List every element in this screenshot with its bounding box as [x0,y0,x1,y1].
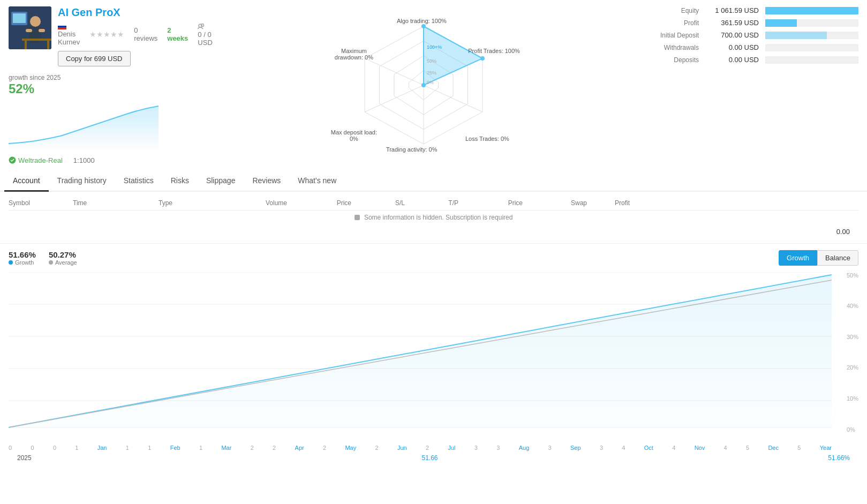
y-label-0: 0% [847,426,858,433]
equity-label: Equity [635,7,699,14]
growth-toggle-btn[interactable]: Growth [779,250,817,266]
chart-toggle: Growth Balance [779,250,858,266]
hidden-info-bar: Some information is hidden. Subscription… [9,210,858,224]
x-label-4a: 4 [622,445,625,451]
x-label-2a: 2 [251,445,254,451]
radar-label-drawdown: Maximum drawdown: 0% [327,48,381,61]
initial-deposit-label: Initial Deposit [635,32,699,39]
broker-link[interactable]: Weltrade-Real [18,156,63,164]
x-label-sep: Sep [570,445,581,451]
svg-rect-9 [25,41,27,49]
x-label-3b: 3 [496,445,500,451]
tab-reviews[interactable]: Reviews [244,171,289,192]
x-label-oct: Oct [644,445,653,451]
x-label-feb: Feb [170,445,180,451]
x-label-0a: 0 [9,445,12,451]
star-rating: ★★★★★ [89,30,124,39]
profit-bar [765,19,797,27]
followers-info: 0 / 0 USD [198,22,212,47]
x-label-4c: 4 [724,445,727,451]
col-price-header: Price [287,199,351,207]
radar-label-activity: Trading activity: 0% [386,146,438,153]
deposits-value: 0.00 USD [705,56,759,64]
x-label-0b: 0 [31,445,34,451]
chart-bottom-left-value: 51.66 [421,454,438,462]
top-section: AI Gen ProX Denis Kurnev ★★★★★ 0 reviews… [0,0,867,171]
x-label-nov: Nov [695,445,705,451]
x-label-2d: 2 [375,445,379,451]
y-label-50: 50% [847,272,858,279]
y-axis-labels: 50% 40% 30% 20% 10% 0% [847,272,858,433]
radar-label-algo: Algo trading: 100% [397,18,447,24]
growth-badge: growth since 2025 52% [9,74,213,96]
left-panel: AI Gen ProX Denis Kurnev ★★★★★ 0 reviews… [0,0,221,171]
stats-bars-section: Equity 1 061.59 USD Profit 361.59 USD In… [626,0,867,171]
col-tp-header: T/P [405,199,458,207]
tab-statistics[interactable]: Statistics [115,171,162,192]
tab-risks[interactable]: Risks [162,171,198,192]
radar-label-profit: Profit Trades: 100% [468,48,520,54]
x-label-dec: Dec [768,445,779,451]
chart-year-label: 2025 [17,454,32,462]
col-symbol-header: Symbol [9,199,73,207]
x-label-apr: Apr [295,445,304,451]
growth-header: 51.66% Growth 50.27% Average Growth Bala… [9,250,858,266]
chart-bottom: 2025 51.66 51.66% [9,452,858,464]
equity-row: Equity 1 061.59 USD [635,6,858,14]
x-label-jun: Jun [397,445,407,451]
col-time-header: Time [73,199,159,207]
x-label-1b: 1 [126,445,129,451]
initial-deposit-bar [765,32,827,39]
svg-point-26 [421,24,426,28]
x-label-1d: 1 [199,445,202,451]
copy-button[interactable]: Copy for 699 USD [58,51,131,66]
header-meta: Denis Kurnev ★★★★★ 0 reviews 2 weeks 0 /… [58,22,213,47]
svg-point-4 [30,16,41,27]
tab-whats-new[interactable]: What's new [289,171,345,192]
y-label-40: 40% [847,303,858,309]
followers-text: 0 / 0 USD [198,31,212,47]
tab-slippage[interactable]: Slippage [198,171,244,192]
reviews-count: 0 reviews [134,26,157,42]
tab-trading-history[interactable]: Trading history [49,171,115,192]
chart-bottom-right-value: 51.66% [828,454,850,462]
radar-section: 0% 25% 50% 100+% Algo trading: 100% Prof… [221,0,626,171]
initial-deposit-bar-container [765,32,858,39]
col-sl-header: S/L [351,199,405,207]
app-title: AI Gen ProX [58,6,213,19]
col-type-header: Type [159,199,223,207]
deposits-label: Deposits [635,56,699,64]
svg-point-27 [480,56,485,61]
svg-text:25%: 25% [427,70,436,76]
y-label-10: 10% [847,395,858,402]
svg-text:0%: 0% [427,80,434,85]
x-label-jul: Jul [448,445,455,451]
verified-icon [9,156,16,164]
initial-deposit-row: Initial Deposit 700.00 USD [635,31,858,39]
profit-label: Profit [635,19,699,27]
flag-icon: Denis Kurnev [58,22,80,46]
svg-rect-3 [13,13,26,23]
balance-toggle-btn[interactable]: Balance [817,250,858,266]
x-label-year: Year [820,445,832,451]
deposits-bar-container [765,56,858,64]
mini-chart [9,101,159,154]
withdrawals-label: Withdrawals [635,44,699,51]
profit-bar-container [765,19,858,27]
profit-value: 361.59 USD [705,19,759,27]
growth-percentage: 52% [9,81,213,96]
x-label-2e: 2 [426,445,429,451]
growth-dot [9,260,13,265]
growth-stat-average: 50.27% Average [49,250,77,266]
equity-bar [765,7,858,14]
x-label-3d: 3 [600,445,603,451]
growth-stats: 51.66% Growth 50.27% Average [9,250,77,266]
svg-point-28 [421,83,426,87]
withdrawals-bar-container [765,44,858,51]
svg-rect-6 [26,29,32,32]
x-label-3c: 3 [548,445,552,451]
lock-icon [355,215,360,220]
x-label-5a: 5 [746,445,749,451]
tab-account[interactable]: Account [4,171,49,192]
x-label-0c: 0 [53,445,56,451]
